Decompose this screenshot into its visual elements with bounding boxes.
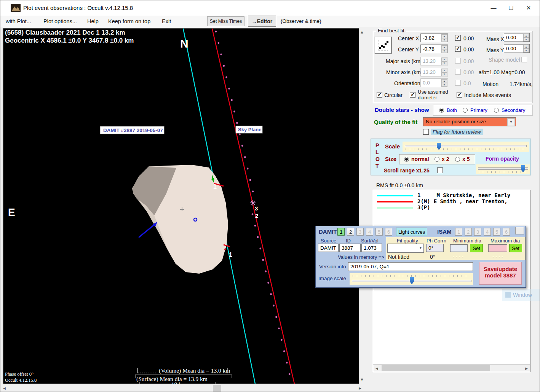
scroll-down-icon[interactable]: ▼ xyxy=(359,376,365,383)
mass-x-spinner[interactable]: ▲▼ xyxy=(523,34,529,41)
damit-model-button-1[interactable]: 1 xyxy=(337,228,345,236)
form-opacity-label: Form opacity xyxy=(486,156,519,162)
plot-area[interactable]: 1 1 3 2 (5658) Clausbaader 2021 Dec 1 13… xyxy=(3,28,359,384)
use-assumed-checkbox[interactable] xyxy=(410,92,415,98)
max-dia-field[interactable] xyxy=(488,244,507,252)
scroll-left-icon[interactable]: ◄ xyxy=(1,385,8,392)
damit-model-button-2[interactable]: 2 xyxy=(347,228,354,236)
menu-plot-options[interactable]: Plot options... xyxy=(41,17,79,25)
size-x5-radio[interactable] xyxy=(455,157,460,162)
sky-plane-tag: Sky Plane xyxy=(236,126,262,133)
radio-secondary[interactable] xyxy=(494,108,499,113)
id-field[interactable]: 3887 xyxy=(339,244,361,252)
center-y-checkbox[interactable] xyxy=(455,46,461,52)
max-dia-set-button[interactable]: Set xyxy=(509,244,522,252)
legend-scroll-left-icon[interactable]: ◄ xyxy=(374,365,380,372)
radio-both[interactable] xyxy=(439,108,444,113)
size-x2-radio[interactable] xyxy=(435,157,439,162)
quality-dropdown[interactable]: No reliable position or size ▼ xyxy=(423,117,516,126)
set-miss-times-button[interactable]: Set Miss Times xyxy=(207,16,244,26)
scale-slider[interactable] xyxy=(403,142,529,152)
menu-help[interactable]: Help xyxy=(85,17,101,25)
chord-observation-dot xyxy=(236,122,238,124)
motion-label: Motion xyxy=(482,81,498,87)
volume-mean-dia-text: (Volume) Mean dia = 13.0 km xyxy=(159,367,230,374)
scroll-right-icon[interactable]: ► xyxy=(357,385,363,392)
save-update-button[interactable]: Save/update model 3887 xyxy=(479,262,522,285)
scroll-up-icon[interactable]: ▲ xyxy=(359,29,365,35)
mass-y-spinner[interactable]: ▲▼ xyxy=(523,45,529,52)
mass-x-field[interactable]: 0.00 ▲▼ xyxy=(504,33,530,42)
chord-observation-dot xyxy=(215,31,217,33)
menu-exit[interactable]: Exit xyxy=(160,17,173,25)
size-normal-radio[interactable] xyxy=(404,157,409,162)
plot-vertical-scrollbar[interactable]: ▲ ▼ xyxy=(359,28,366,384)
legend-name-1: M Skrutskie, near Early xyxy=(436,192,510,198)
center-x-spinner[interactable]: ▲▼ xyxy=(441,34,447,41)
min-dia-set-button[interactable]: Set xyxy=(470,244,483,252)
chord-observation-dot xyxy=(265,271,267,272)
center-x-value: -3.82 xyxy=(423,35,435,41)
ph-corrn-field[interactable]: 0° xyxy=(426,244,444,252)
isam-model-button-5: 5 xyxy=(493,228,500,236)
center-x-sigma: 0.00 xyxy=(463,35,474,41)
chord-observation-dot xyxy=(281,339,283,341)
center-y-field[interactable]: -0.78 ▲▼ xyxy=(420,45,448,53)
chord-observation-dot xyxy=(275,316,277,318)
values-in-memory-label: Values in memory => xyxy=(330,254,384,260)
minimize-button[interactable]: — xyxy=(485,0,502,15)
chord-observation-dot xyxy=(257,236,259,238)
legend-scroll-right-icon[interactable]: ► xyxy=(523,365,530,372)
radio-secondary-label: Secondary xyxy=(502,107,525,113)
quality-label: Quality of the fit xyxy=(374,119,417,125)
maximize-button[interactable]: ☐ xyxy=(502,0,520,15)
damit-model-button-3: 3 xyxy=(356,228,364,236)
menu-keep-on-top[interactable]: Keep form on top xyxy=(106,17,153,25)
damit-panel[interactable]: DAMIT 1 2 3 4 5 6 Light curves ISAM 1 2 … xyxy=(315,226,526,288)
center-y-sigma: 0.00 xyxy=(463,46,474,53)
light-curves-button[interactable]: Light curves xyxy=(396,228,427,236)
menu-with-plot[interactable]: with Plot... xyxy=(3,17,34,25)
image-scale-thumb[interactable] xyxy=(410,277,414,284)
chord-observation-dot xyxy=(233,111,235,113)
close-button[interactable]: ✕ xyxy=(520,0,537,15)
center-y-spinner[interactable]: ▲▼ xyxy=(441,45,447,53)
version-info-field[interactable]: 2019-05-07, Q=1 xyxy=(348,262,473,271)
include-miss-checkbox[interactable] xyxy=(457,92,462,98)
min-dia-field[interactable] xyxy=(450,244,468,252)
image-scale-slider[interactable] xyxy=(350,273,473,285)
find-best-fit-legend: Find best fit xyxy=(376,28,406,33)
mass-y-field[interactable]: 0.00 ▲▼ xyxy=(504,44,530,53)
run-best-fit-button[interactable] xyxy=(374,37,392,54)
center-x-checkbox[interactable] xyxy=(455,35,461,41)
minor-axis-value: 13.20 xyxy=(423,69,436,75)
scale-slider-groove xyxy=(405,145,527,147)
chord-observation-dot xyxy=(259,248,261,250)
hscroll-thumb[interactable] xyxy=(213,385,221,392)
plot-letter-p: P xyxy=(375,142,379,148)
legend-scrollbar[interactable]: ◄ ► xyxy=(373,364,530,372)
editor-button[interactable]: →Editor xyxy=(248,16,276,27)
image-scale-label: Image scale xyxy=(318,276,346,281)
quality-dropdown-arrow-icon[interactable]: ▼ xyxy=(507,118,515,126)
radio-both-label: Both xyxy=(447,107,457,113)
form-opacity-slider[interactable] xyxy=(476,164,530,174)
ghost-window-label: Window xyxy=(513,292,532,298)
damit-model-tag: DAMIT #3887 2019-05-07 xyxy=(100,126,164,134)
memory-min-dia: - - - - xyxy=(453,254,463,260)
title-bar: Plot event observations : Occult v.4.12.… xyxy=(0,0,540,16)
circular-checkbox[interactable] xyxy=(377,92,382,98)
legend-scroll-thumb[interactable] xyxy=(382,365,490,371)
mass-y-label: Mass Y xyxy=(486,47,504,53)
chord-observation-dot xyxy=(286,362,288,364)
east-label: E xyxy=(8,206,15,218)
fit-quality-arrow-icon[interactable]: ▼ xyxy=(419,246,422,250)
scroll-range-checkbox[interactable] xyxy=(437,167,443,173)
plot-svg: 1 1 3 2 (5658) Clausbaader 2021 Dec 1 13… xyxy=(3,29,359,384)
plot-horizontal-scrollbar[interactable]: ◄ ► xyxy=(0,384,366,392)
fit-quality-dropdown[interactable]: ▼ xyxy=(387,244,424,253)
radio-primary[interactable] xyxy=(463,108,468,113)
flag-review-checkbox[interactable] xyxy=(423,129,429,135)
center-x-field[interactable]: -3.82 ▲▼ xyxy=(420,33,448,42)
include-miss-label: Include Miss events xyxy=(464,92,511,98)
